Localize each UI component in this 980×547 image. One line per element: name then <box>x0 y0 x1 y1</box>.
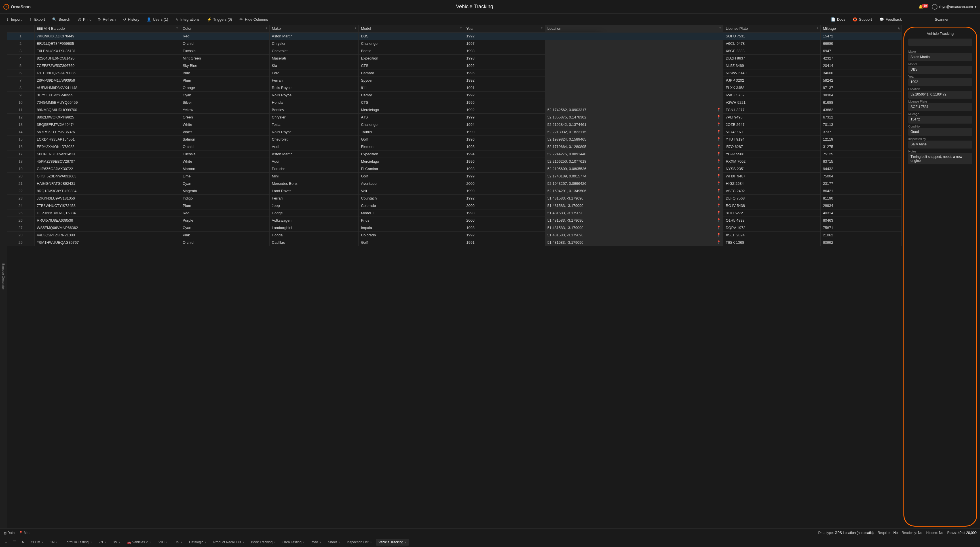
cell[interactable]: Chevrolet <box>269 135 358 143</box>
support-button[interactable]: 🛟Support <box>850 16 875 23</box>
cell[interactable]: Fuchsia <box>180 150 269 158</box>
cell[interactable]: 2I6VP39DM1UW93959 <box>34 76 180 84</box>
cell[interactable]: 7CEF872W53Z396760 <box>34 62 180 69</box>
cell[interactable]: Expedition <box>358 150 464 158</box>
cell[interactable]: 52.1740189, 0.0915774📍 <box>545 172 723 180</box>
export-button[interactable]: ⭱Export <box>26 16 48 23</box>
location-pin-icon[interactable]: 📍 <box>717 152 721 156</box>
cell[interactable]: 52.1989824, 0.1589465📍 <box>545 135 723 143</box>
cell[interactable]: 61688 <box>821 98 902 106</box>
row-number[interactable]: 6 <box>7 69 34 76</box>
cell[interactable]: Porsche <box>269 165 358 172</box>
cell[interactable] <box>545 91 723 98</box>
cell[interactable]: 80992 <box>821 239 902 246</box>
cell[interactable]: Magenta <box>180 187 269 194</box>
column-header[interactable]: Color▾ <box>180 25 269 32</box>
table-row[interactable]: 128862L0WGKXPI49825GreenChryslerATS19995… <box>7 113 902 121</box>
cell[interactable]: Colorado <box>358 202 464 209</box>
cell[interactable]: 70113 <box>821 121 902 128</box>
cell[interactable]: YTUT 9194 <box>723 135 821 143</box>
cell[interactable]: Red <box>180 32 269 40</box>
cell[interactable]: Mercielago <box>358 158 464 165</box>
cell[interactable]: EE9Y2XAIOKLD78083 <box>34 143 180 150</box>
cell[interactable]: Cadillac <box>269 239 358 246</box>
cell[interactable]: Bentley <box>269 106 358 113</box>
sheet-tab[interactable]: CS▾ <box>172 539 185 545</box>
cell[interactable]: White <box>180 158 269 165</box>
cell[interactable]: Yellow <box>180 106 269 113</box>
table-row[interactable]: 15LCXD4H935AP154551SalmonChevroletGolf19… <box>7 135 902 143</box>
cell[interactable]: 20414 <box>821 62 902 69</box>
column-header[interactable]: ▮▮▮VIN Barcode▾ <box>34 25 180 32</box>
cell[interactable]: 75004 <box>821 172 902 180</box>
cell[interactable]: 52.1943257, 0.0996426📍 <box>545 180 723 187</box>
cell[interactable]: Sky Blue <box>180 62 269 69</box>
cell[interactable]: WH0F 9487 <box>723 172 821 180</box>
cell[interactable]: JDKKN3LU9PV181056 <box>34 194 180 202</box>
cell[interactable]: Cyan <box>180 224 269 231</box>
cell[interactable]: Honda <box>269 231 358 239</box>
location-pin-icon[interactable]: 📍 <box>717 108 721 112</box>
cell[interactable]: 82S64UHL6NC581420 <box>34 54 180 62</box>
cell[interactable]: 45PMZ789EBCV26707 <box>34 158 180 165</box>
cell[interactable]: I57O 6287 <box>723 143 821 150</box>
cell[interactable]: 3EQ5EFFJ7VJM40474 <box>34 121 180 128</box>
column-header[interactable] <box>7 25 34 32</box>
cell[interactable]: Orchid <box>180 239 269 246</box>
cell[interactable]: Blue <box>180 69 269 76</box>
cell[interactable]: Violet <box>180 128 269 135</box>
cell[interactable]: Taurus <box>358 128 464 135</box>
cell[interactable]: 1995 <box>464 98 545 106</box>
view-map-button[interactable]: 📍 Map <box>19 531 30 535</box>
cell[interactable]: 51.481583, -3.179090📍 <box>545 217 723 224</box>
add-sheet-button[interactable]: ＋ <box>2 539 10 546</box>
cell[interactable]: 52.2244275, 0.0891440📍 <box>545 150 723 158</box>
sheets-menu-button[interactable]: ☰ <box>11 539 18 546</box>
sheet-tab[interactable]: Book Tracking▾ <box>248 539 278 545</box>
cell[interactable]: Camaro <box>358 69 464 76</box>
table-row[interactable]: 57CEF872W53Z396760Sky BlueKiaCTS1992NL5Z… <box>7 62 902 69</box>
sheet-tab[interactable]: med▾ <box>309 539 324 545</box>
table-row[interactable]: 6I7ETCNOQZSAP70036BlueFordCamaro19966UWW… <box>7 69 902 76</box>
row-number[interactable]: 26 <box>7 217 34 224</box>
sheet-tab[interactable]: its List▾ <box>28 539 46 545</box>
table-row[interactable]: 2BRJ1LQET34F959605OrchidChryslerChalleng… <box>7 40 902 47</box>
column-header[interactable]: Mileage▾ <box>821 25 902 32</box>
row-number[interactable]: 21 <box>7 180 34 187</box>
cell[interactable]: Salmon <box>180 135 269 143</box>
cell[interactable]: T6LBMU8KX1XU35181 <box>34 47 180 54</box>
cell[interactable]: XSEF 2824 <box>723 231 821 239</box>
cell[interactable]: 1997 <box>464 40 545 47</box>
row-number[interactable]: 29 <box>7 239 34 246</box>
location-pin-icon[interactable]: 📍 <box>717 181 721 186</box>
cell[interactable]: 1992 <box>464 76 545 84</box>
cell[interactable]: 1992 <box>464 106 545 113</box>
sheet-tab[interactable]: 1N▾ <box>47 539 60 545</box>
cell[interactable]: 86421 <box>821 187 902 194</box>
row-number[interactable]: 3 <box>7 47 34 54</box>
cell[interactable]: 1999 <box>464 187 545 194</box>
cell[interactable]: 1992 <box>464 32 545 40</box>
cell[interactable]: Ferrari <box>269 194 358 202</box>
cell[interactable]: Audi <box>269 158 358 165</box>
view-data-button[interactable]: ▦ Data <box>3 531 15 535</box>
cell[interactable]: 5V7RSK1O1YJV36376 <box>34 128 180 135</box>
cell[interactable]: Mini <box>269 172 358 180</box>
cell[interactable]: 94432 <box>821 165 902 172</box>
cell[interactable]: Countach <box>358 194 464 202</box>
cell[interactable]: 38304 <box>821 91 902 98</box>
table-row[interactable]: 72I6VP39DM1UW93959PlumFerrariSpyder1992P… <box>7 76 902 84</box>
row-number[interactable]: 28 <box>7 231 34 239</box>
row-number[interactable]: 8 <box>7 84 34 91</box>
more-columns-icon[interactable]: › <box>899 27 900 31</box>
table-row[interactable]: 27WS5FMQ06VMNP66362CyanLamborghiniImpala… <box>7 224 902 231</box>
row-number[interactable]: 4 <box>7 54 34 62</box>
cell[interactable]: Kia <box>269 62 358 69</box>
cell[interactable]: 7PLI 9495 <box>723 113 821 121</box>
row-number[interactable]: 19 <box>7 165 34 172</box>
docs-button[interactable]: 📄Docs <box>828 16 848 23</box>
cell[interactable] <box>545 76 723 84</box>
sheet-tab[interactable]: Vehicle Tracking▾ <box>376 539 409 545</box>
cell[interactable]: Mercielago <box>358 106 464 113</box>
cell[interactable]: X8GF 2338 <box>723 47 821 54</box>
